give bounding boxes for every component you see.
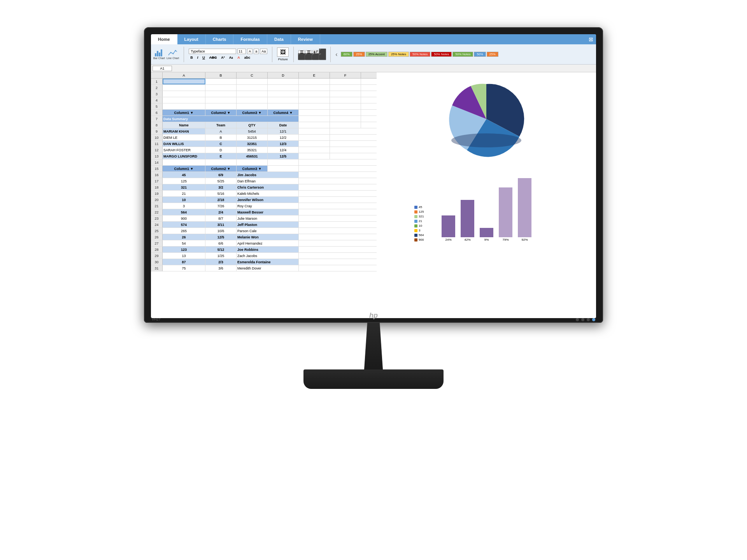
cell-t2-col2-16[interactable]: 6/9 [205,172,237,178]
cell-team-10[interactable]: B [205,135,237,140]
cell-team-12[interactable]: D [205,147,237,153]
cell-e15[interactable] [268,166,299,172]
power-button-1[interactable] [576,318,579,321]
cell-a4[interactable] [163,97,205,103]
style-60pct[interactable]: 60% [341,52,352,57]
cell-c5[interactable] [237,103,268,109]
subscript-button[interactable]: A₂ [228,55,235,60]
cell-e11[interactable] [299,141,330,147]
cell-col1-header[interactable]: Column1 ▼ [163,110,205,116]
cell-e13[interactable] [299,153,330,159]
cell-f5[interactable] [330,103,361,109]
cell-t2-col2-25[interactable]: 10/6 [205,228,237,234]
cell-f3[interactable] [330,91,361,97]
cell-e2[interactable] [299,85,330,91]
cell-t2-col1-31[interactable]: 75 [163,265,205,271]
cell-t2-col3-16[interactable]: Jim Jacobs [237,172,299,178]
cell-f8[interactable] [330,122,361,128]
cell-t2-col2-30[interactable]: 2/3 [205,259,237,265]
power-button-main[interactable] [592,318,595,321]
power-button-3[interactable] [587,318,590,321]
style-50pct-2[interactable]: 50% [474,52,486,57]
picture-section[interactable]: 🖼 Picture [277,47,289,61]
cell-t2-col3-18[interactable]: Chris Carterson [237,184,299,190]
cell-t2-col2-21[interactable]: 7/26 [205,203,237,209]
cell-c1[interactable] [237,79,268,84]
style-50pct-notes-1[interactable]: 50% Notes [410,52,430,57]
cell-name-12[interactable]: SARAH FOSTER [163,147,205,153]
cell-t2-col1-27[interactable]: 54 [163,240,205,246]
cell-d1[interactable] [268,79,299,84]
cell-c3[interactable] [237,91,268,97]
cell-t2-col2-22[interactable]: 2/4 [205,209,237,215]
superscript-button[interactable]: A² [219,55,226,60]
help-icon[interactable]: ⊠ [586,34,596,44]
cell-e5[interactable] [299,103,330,109]
cell-date-9[interactable]: 12/1 [268,128,299,134]
cell-f7[interactable] [330,116,361,122]
cell-t2-col3-23[interactable]: Julie Marson [237,215,299,221]
font-shrink-button[interactable]: a [254,49,259,54]
cell-t2-col2-header[interactable]: Column2 ▼ [205,166,237,172]
text-plain-button[interactable]: abc [243,55,252,60]
cell-t2-col1-17[interactable]: 125 [163,178,205,184]
cell-qty-12[interactable]: 35321 [237,147,268,153]
cell-b2[interactable] [205,85,237,91]
align-right-button[interactable]: ⬛ [312,55,319,59]
cell-b5[interactable] [205,103,237,109]
cell-t2-col3-27[interactable]: April Hernandez [237,240,299,246]
cell-t2-col3-26[interactable]: Melanie Won [237,234,299,240]
cell-team-13[interactable]: E [205,153,237,159]
tab-home[interactable]: Home [151,34,177,44]
cell-t2-col3-30[interactable]: Esmerelda Fontaine [237,259,299,265]
ribbon-left-arrow[interactable]: ‹ [335,51,337,58]
cell-a3[interactable] [163,91,205,97]
cell-qty-11[interactable]: 32351 [237,141,268,147]
cell-team-9[interactable]: A [205,128,237,134]
cell-col2-header[interactable]: Column2 ▼ [205,110,237,116]
cell-name-9[interactable]: MARIAM KHAN [163,128,205,134]
cell-name-10[interactable]: DIEM LE [163,135,205,140]
cell-qty-10[interactable]: 31215 [237,135,268,140]
cell-e6[interactable] [299,110,330,116]
col-header-F[interactable]: F [330,72,361,78]
cell-t2-col2-18[interactable]: 3/2 [205,184,237,190]
cell-date-10[interactable]: 12/2 [268,135,299,140]
cell-e12[interactable] [299,147,330,153]
cell-col4-header[interactable]: Column4 ▼ [268,110,299,116]
style-25pct-accent[interactable]: 25% Accent [366,52,388,57]
col-header-C[interactable]: C [237,72,268,78]
cell-t2-col2-27[interactable]: 6/6 [205,240,237,246]
cell-t2-col1-19[interactable]: 21 [163,191,205,196]
cell-t2-col3-header[interactable]: Column3 ▼ [237,166,268,172]
cell-t2-col1-16[interactable]: 45 [163,172,205,178]
power-button-2[interactable] [581,318,584,321]
cell-a2[interactable] [163,85,205,91]
cell-reference-input[interactable] [153,66,172,71]
data-summary-cell[interactable]: Data Summary [163,116,299,122]
cell-name-header[interactable]: Name [163,122,205,128]
cell-t2-col1-20[interactable]: 10 [163,197,205,203]
style-25pct[interactable]: 25% [353,52,365,57]
indent-button[interactable]: ⬛ [319,55,326,59]
cell-t2-col1-28[interactable]: 123 [163,247,205,252]
cell-e8[interactable] [299,122,330,128]
tab-formulas[interactable]: Formulas [233,34,267,44]
cell-t2-col2-19[interactable]: 5/16 [205,191,237,196]
align-center-button[interactable]: ⬛ [305,55,312,59]
cell-t2-col1-23[interactable]: 900 [163,215,205,221]
cell-t2-col3-17[interactable]: Dan Elfman [237,178,299,184]
cell-t2-col3-21[interactable]: Roy Cray [237,203,299,209]
cell-t2-col1-26[interactable]: 26 [163,234,205,240]
cell-team-header[interactable]: Team [205,122,237,128]
cell-name-13[interactable]: MARGO LUNSFORD [163,153,205,159]
cell-t2-col3-24[interactable]: Jeff Plaston [237,222,299,228]
cell-c4[interactable] [237,97,268,103]
cell-t2-col2-31[interactable]: 3/6 [205,265,237,271]
cell-t2-col3-22[interactable]: Maxwell Besser [237,209,299,215]
cell-e1[interactable] [299,79,330,84]
tab-review[interactable]: Review [291,34,320,44]
cell-t2-col1-29[interactable]: 13 [163,253,205,259]
cell-t2-col1-22[interactable]: 564 [163,209,205,215]
underline-button[interactable]: U [201,55,207,60]
